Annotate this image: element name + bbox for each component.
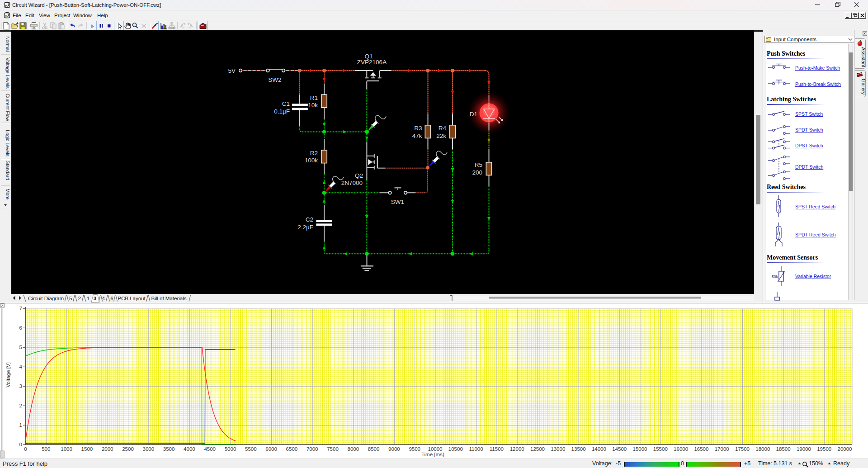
svg-text:R5: R5 — [475, 161, 482, 168]
svg-text:Bill of Materials: Bill of Materials — [151, 296, 187, 301]
svg-text:1000: 1000 — [61, 446, 72, 452]
svg-text:5V: 5V — [228, 67, 236, 74]
svg-text:R2: R2 — [310, 150, 318, 156]
svg-text:3: 3 — [19, 383, 22, 389]
svg-text:15500: 15500 — [653, 446, 668, 452]
svg-text:500: 500 — [42, 446, 50, 452]
svg-text:6: 6 — [19, 325, 22, 331]
svg-text:14000: 14000 — [592, 446, 606, 452]
svg-text:1500: 1500 — [81, 446, 93, 452]
svg-text:5: 5 — [69, 296, 72, 301]
svg-text:10500: 10500 — [448, 446, 463, 452]
svg-text:R1: R1 — [310, 95, 318, 101]
svg-text:7: 7 — [19, 306, 22, 311]
svg-text:16500: 16500 — [694, 446, 708, 452]
svg-text:1: 1 — [87, 296, 90, 301]
svg-text:2.2µF: 2.2µF — [297, 224, 313, 231]
svg-text:Q2: Q2 — [355, 172, 363, 179]
svg-text:ZVP2106A: ZVP2106A — [357, 59, 387, 66]
svg-text:4500: 4500 — [204, 446, 216, 452]
svg-text:10000: 10000 — [428, 446, 443, 452]
svg-text:7500: 7500 — [327, 446, 339, 452]
svg-text:17000: 17000 — [715, 446, 729, 452]
svg-text:47k: 47k — [412, 132, 422, 139]
svg-text:R4: R4 — [439, 125, 447, 132]
svg-text:6500: 6500 — [286, 446, 298, 452]
svg-text:12000: 12000 — [510, 446, 524, 452]
svg-text:Circuit Diagram: Circuit Diagram — [28, 296, 64, 301]
svg-text:9500: 9500 — [409, 446, 420, 452]
svg-text:6: 6 — [110, 296, 113, 301]
svg-text:Time [ms]: Time [ms] — [421, 452, 444, 457]
svg-text:11000: 11000 — [469, 446, 483, 452]
svg-text:6000: 6000 — [265, 446, 277, 452]
svg-text:11500: 11500 — [490, 446, 504, 452]
svg-text:18000: 18000 — [755, 446, 770, 452]
svg-text:4000: 4000 — [184, 446, 195, 452]
svg-text:3500: 3500 — [163, 446, 175, 452]
svg-text:5: 5 — [19, 345, 22, 350]
svg-text:8000: 8000 — [348, 446, 359, 452]
svg-text:12500: 12500 — [530, 446, 545, 452]
svg-text:13500: 13500 — [571, 446, 586, 452]
svg-text:0: 0 — [24, 446, 27, 452]
svg-text:R3: R3 — [414, 125, 422, 132]
svg-text:50k: 50k — [772, 274, 778, 279]
svg-text:0: 0 — [19, 442, 22, 447]
svg-text:3000: 3000 — [143, 446, 155, 452]
svg-text:4: 4 — [19, 364, 23, 369]
svg-text:100k: 100k — [305, 157, 318, 164]
svg-text:2500: 2500 — [122, 446, 134, 452]
svg-text:13000: 13000 — [551, 446, 565, 452]
svg-text:0.1µF: 0.1µF — [274, 108, 290, 115]
svg-text:C1: C1 — [282, 100, 290, 107]
svg-text:4: 4 — [102, 296, 105, 301]
svg-text:19000: 19000 — [797, 446, 811, 452]
svg-text:8500: 8500 — [368, 446, 380, 452]
svg-text:10k: 10k — [308, 102, 318, 109]
svg-text:2: 2 — [78, 296, 80, 301]
svg-text:16000: 16000 — [674, 446, 688, 452]
svg-text:20000: 20000 — [838, 446, 852, 452]
svg-text:7000: 7000 — [307, 446, 318, 452]
svg-text:SW2: SW2 — [268, 76, 281, 83]
svg-text:SW1: SW1 — [391, 199, 404, 205]
svg-text:19500: 19500 — [817, 446, 831, 452]
svg-text:15000: 15000 — [633, 446, 647, 452]
svg-text:C2: C2 — [306, 216, 313, 223]
svg-text:2: 2 — [19, 403, 22, 408]
svg-text:17500: 17500 — [735, 446, 750, 452]
svg-text:22k: 22k — [436, 132, 446, 139]
svg-text:9000: 9000 — [388, 446, 400, 452]
svg-text:2N7000: 2N7000 — [341, 180, 363, 186]
svg-text:Voltage [V]: Voltage [V] — [5, 362, 11, 388]
svg-text:3: 3 — [94, 296, 96, 301]
svg-text:5000: 5000 — [225, 446, 236, 452]
svg-text:5500: 5500 — [245, 446, 257, 452]
svg-text:1: 1 — [19, 422, 22, 428]
svg-text:D1: D1 — [470, 111, 477, 118]
svg-text:2000: 2000 — [102, 446, 113, 452]
svg-text:200: 200 — [472, 169, 482, 176]
svg-text:PCB Layout: PCB Layout — [118, 296, 146, 301]
svg-text:18500: 18500 — [776, 446, 791, 452]
svg-text:14500: 14500 — [612, 446, 627, 452]
